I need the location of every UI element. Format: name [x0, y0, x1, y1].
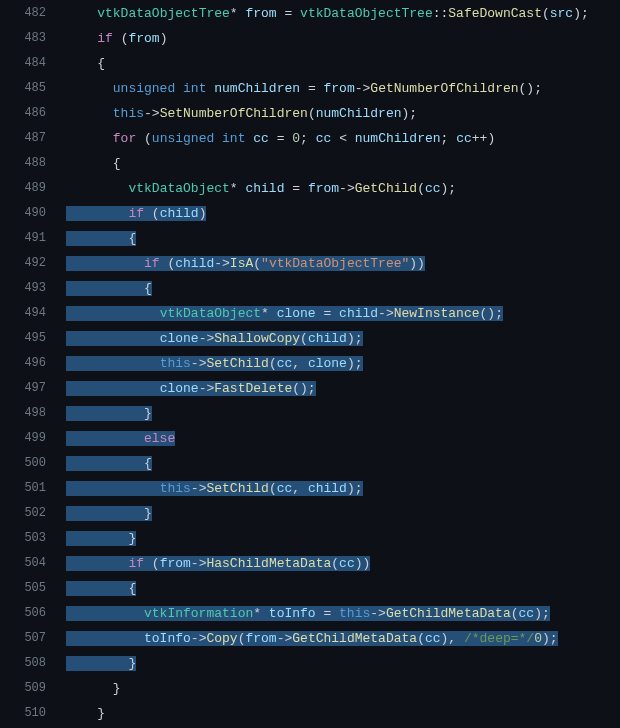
code-token: NewInstance	[394, 306, 480, 321]
code-line[interactable]: 483 if (from)	[0, 26, 620, 51]
line-number: 508	[0, 651, 66, 676]
code-line[interactable]: 502 }	[0, 501, 620, 526]
code-line[interactable]: 482 vtkDataObjectTree* from = vtkDataObj…	[0, 1, 620, 26]
code-line[interactable]: 504 if (from->HasChildMetaData(cc))	[0, 551, 620, 576]
code-line[interactable]: 506 vtkInformation* toInfo = this->GetCh…	[0, 601, 620, 626]
code-content[interactable]: }	[66, 701, 620, 726]
code-content[interactable]: vtkDataObject* child = from->GetChild(cc…	[66, 176, 620, 201]
code-content[interactable]: for (unsigned int cc = 0; cc < numChildr…	[66, 126, 620, 151]
code-line[interactable]: 488 {	[0, 151, 620, 176]
code-token: vtkDataObject	[160, 306, 261, 321]
code-token: from	[128, 31, 159, 46]
code-token: }	[66, 656, 136, 671]
code-content[interactable]: vtkInformation* toInfo = this->GetChildM…	[66, 601, 620, 626]
code-token: from	[324, 81, 355, 96]
code-content[interactable]: toInfo->Copy(from->GetChildMetaData(cc),…	[66, 626, 620, 651]
code-content[interactable]: this->SetChild(cc, clone);	[66, 351, 620, 376]
code-token	[66, 31, 97, 46]
code-token: ++)	[472, 131, 495, 146]
code-token: ,	[292, 356, 308, 371]
code-line[interactable]: 501 this->SetChild(cc, child);	[0, 476, 620, 501]
code-token: if	[144, 256, 160, 271]
code-token: this	[160, 356, 191, 371]
code-token: (	[269, 356, 277, 371]
code-token: GetChild	[355, 181, 417, 196]
code-token: clone	[160, 331, 199, 346]
code-token: numChildren	[355, 131, 441, 146]
code-token: from	[245, 631, 276, 646]
code-content[interactable]: {	[66, 276, 620, 301]
code-line[interactable]: 486 this->SetNumberOfChildren(numChildre…	[0, 101, 620, 126]
code-token: cc	[277, 356, 293, 371]
code-content[interactable]: if (from->HasChildMetaData(cc))	[66, 551, 620, 576]
code-content[interactable]: this->SetNumberOfChildren(numChildren);	[66, 101, 620, 126]
code-token: }	[66, 506, 152, 521]
code-content[interactable]: if (child)	[66, 201, 620, 226]
code-token: this	[160, 481, 191, 496]
code-token: <	[331, 131, 354, 146]
code-line[interactable]: 489 vtkDataObject* child = from->GetChil…	[0, 176, 620, 201]
code-token: for	[113, 131, 136, 146]
line-number: 493	[0, 276, 66, 301]
code-line[interactable]: 487 for (unsigned int cc = 0; cc < numCh…	[0, 126, 620, 151]
code-token: clone	[277, 306, 316, 321]
code-line[interactable]: 490 if (child)	[0, 201, 620, 226]
code-line[interactable]: 500 {	[0, 451, 620, 476]
code-token: ->	[191, 556, 207, 571]
code-token: {	[66, 281, 152, 296]
code-content[interactable]: {	[66, 226, 620, 251]
code-line[interactable]: 508 }	[0, 651, 620, 676]
code-line[interactable]: 509 }	[0, 676, 620, 701]
code-token: (	[253, 256, 261, 271]
code-content[interactable]: unsigned int numChildren = from->GetNumb…	[66, 76, 620, 101]
code-token: vtkInformation	[144, 606, 253, 621]
code-line[interactable]: 491 {	[0, 226, 620, 251]
code-content[interactable]: if (from)	[66, 26, 620, 51]
code-token: *	[230, 6, 246, 21]
line-number: 495	[0, 326, 66, 351]
code-content[interactable]: {	[66, 451, 620, 476]
code-line[interactable]: 492 if (child->IsA("vtkDataObjectTree"))	[0, 251, 620, 276]
code-token: ))	[409, 256, 425, 271]
code-line[interactable]: 485 unsigned int numChildren = from->Get…	[0, 76, 620, 101]
code-token: (	[160, 256, 176, 271]
code-line[interactable]: 497 clone->FastDelete();	[0, 376, 620, 401]
code-content[interactable]: clone->FastDelete();	[66, 376, 620, 401]
code-content[interactable]: vtkDataObjectTree* from = vtkDataObjectT…	[66, 1, 620, 26]
code-content[interactable]: vtkDataObject* clone = child->NewInstanc…	[66, 301, 620, 326]
code-content[interactable]: {	[66, 151, 620, 176]
code-token: (	[331, 556, 339, 571]
code-content[interactable]: if (child->IsA("vtkDataObjectTree"))	[66, 251, 620, 276]
code-token: clone	[308, 356, 347, 371]
code-line[interactable]: 495 clone->ShallowCopy(child);	[0, 326, 620, 351]
code-line[interactable]: 484 {	[0, 51, 620, 76]
code-line[interactable]: 505 {	[0, 576, 620, 601]
line-number: 498	[0, 401, 66, 426]
code-line[interactable]: 503 }	[0, 526, 620, 551]
code-line[interactable]: 507 toInfo->Copy(from->GetChildMetaData(…	[0, 626, 620, 651]
code-line[interactable]: 498 }	[0, 401, 620, 426]
code-token: ->	[191, 481, 207, 496]
code-content[interactable]: }	[66, 651, 620, 676]
code-editor[interactable]: 482 vtkDataObjectTree* from = vtkDataObj…	[0, 0, 620, 728]
code-content[interactable]: {	[66, 576, 620, 601]
code-line[interactable]: 493 {	[0, 276, 620, 301]
code-line[interactable]: 494 vtkDataObject* clone = child->NewIns…	[0, 301, 620, 326]
code-token: cc	[425, 631, 441, 646]
code-content[interactable]: }	[66, 676, 620, 701]
code-token: (	[269, 481, 277, 496]
code-content[interactable]: }	[66, 526, 620, 551]
code-content[interactable]: {	[66, 51, 620, 76]
code-line[interactable]: 496 this->SetChild(cc, clone);	[0, 351, 620, 376]
code-content[interactable]: clone->ShallowCopy(child);	[66, 326, 620, 351]
code-token: ->	[370, 606, 386, 621]
code-token: ->	[199, 381, 215, 396]
code-content[interactable]: }	[66, 401, 620, 426]
code-token: from	[245, 6, 276, 21]
line-number: 497	[0, 376, 66, 401]
code-line[interactable]: 510 }	[0, 701, 620, 726]
code-content[interactable]: this->SetChild(cc, child);	[66, 476, 620, 501]
code-line[interactable]: 499 else	[0, 426, 620, 451]
code-content[interactable]: }	[66, 501, 620, 526]
code-content[interactable]: else	[66, 426, 620, 451]
